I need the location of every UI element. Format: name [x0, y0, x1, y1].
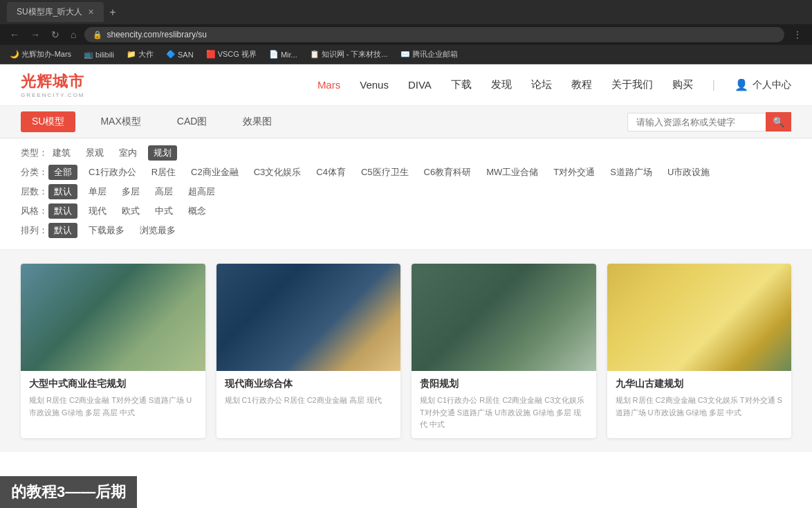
filter-classify-c6[interactable]: C6教育科研	[420, 165, 476, 180]
card-2-image	[412, 264, 596, 371]
site-logo[interactable]: 光辉城市 GREENCITY.COM	[21, 71, 85, 98]
sub-nav-cad[interactable]: CAD图	[166, 111, 219, 132]
card-2[interactable]: 贵阳规划 规划 C1行政办公 R居住 C2商业金融 C3文化娱乐 T对外交通 S…	[412, 264, 596, 438]
extensions-btn[interactable]: ⋮	[790, 29, 805, 40]
tab-title: SU模型库_听大人	[17, 6, 82, 18]
card-1-body: 现代商业综合体 规划 C1行政办公 R居住 C2商业金融 高层 现代	[216, 371, 401, 414]
search-button[interactable]: 🔍	[766, 112, 791, 131]
browser-address-bar-container: ← → ↻ ⌂ 🔒 sheencity.com/reslibrary/su ⋮	[0, 24, 812, 45]
bookmark-san[interactable]: 🔷 SAN	[162, 48, 198, 60]
site-header: 光辉城市 GREENCITY.COM Mars Venus DIVA 下载 发现…	[0, 64, 812, 106]
filter-style-european[interactable]: 欧式	[118, 203, 144, 219]
bookmark-vscg[interactable]: 🟥 VSCG 视界	[202, 48, 261, 61]
nav-about[interactable]: 关于我们	[611, 78, 653, 91]
filter-classify-all[interactable]: 全部	[48, 165, 77, 180]
filter-floors-default[interactable]: 默认	[48, 184, 77, 199]
filter-row-sort: 排列： 默认 下载最多 浏览最多	[21, 223, 791, 238]
nav-buy[interactable]: 购买	[672, 78, 693, 91]
bookmark-bilibili[interactable]: 📺 bilibili	[80, 48, 118, 60]
user-icon: 👤	[735, 78, 748, 91]
nav-diva[interactable]: DIVA	[408, 79, 432, 91]
filter-row-style: 风格： 默认 现代 欧式 中式 概念	[21, 203, 791, 219]
filter-sort-views[interactable]: 浏览最多	[136, 223, 180, 238]
card-0-image	[21, 264, 205, 371]
filter-classify-mw[interactable]: MW工业合储	[482, 165, 542, 180]
nav-tutorial[interactable]: 教程	[571, 78, 592, 91]
card-grid: 大型中式商业住宅规划 规划 R居住 C2商业金融 T对外交通 S道路广场 U市政…	[0, 250, 812, 452]
nav-forum[interactable]: 论坛	[531, 78, 552, 91]
logo-sub-text: GREENCITY.COM	[21, 92, 85, 98]
card-0-tags: 规划 R居住 C2商业金融 T对外交通 S道路广场 U市政设施 G绿地 多层 高…	[29, 394, 197, 419]
filter-classify-c4[interactable]: C4体育	[312, 165, 350, 180]
card-1-image	[216, 264, 401, 371]
filter-style-concept[interactable]: 概念	[184, 203, 210, 219]
filter-classify-label: 分类：	[21, 166, 48, 179]
card-0[interactable]: 大型中式商业住宅规划 规划 R居住 C2商业金融 T对外交通 S道路广场 U市政…	[21, 264, 205, 438]
card-0-title: 大型中式商业住宅规划	[29, 378, 197, 390]
filter-classify-c2[interactable]: C2商业金融	[187, 165, 243, 180]
nav-mars[interactable]: Mars	[317, 79, 340, 91]
card-2-tags: 规划 C1行政办公 R居住 C2商业金融 C3文化娱乐 T对外交通 S道路广场 …	[420, 394, 588, 431]
logo-text: 光辉城市	[21, 71, 85, 92]
filter-section: 类型： 建筑 景观 室内 规划 分类： 全部 C1行政办公 R居住 C2商业金融…	[0, 138, 812, 250]
filter-classify-u[interactable]: U市政设施	[663, 165, 714, 180]
filter-style-default[interactable]: 默认	[48, 203, 77, 219]
card-1-tags: 规划 C1行政办公 R居住 C2商业金融 高层 现代	[225, 394, 393, 407]
filter-classify-s[interactable]: S道路广场	[606, 165, 656, 180]
filter-sort-default[interactable]: 默认	[48, 223, 77, 238]
card-3-title: 九华山古建规划	[616, 378, 784, 390]
address-text: sheencity.com/reslibrary/su	[107, 30, 207, 39]
sub-nav-su[interactable]: SU模型	[21, 111, 75, 132]
bookmark-dazuo[interactable]: 📁 大作	[122, 48, 158, 61]
nav-download[interactable]: 下载	[451, 78, 472, 91]
sub-nav-max[interactable]: MAX模型	[89, 111, 151, 132]
filter-classify-c1[interactable]: C1行政办公	[84, 165, 140, 180]
bookmark-zhishi[interactable]: 📋 知识网 - 下来材技...	[306, 48, 392, 61]
main-nav: Mars Venus DIVA 下载 发现 论坛 教程 关于我们 购买 | 👤 …	[317, 78, 791, 91]
filter-classify-c5[interactable]: C5医疗卫生	[357, 165, 413, 180]
reload-btn[interactable]: ↻	[48, 29, 62, 40]
address-input[interactable]: 🔒 sheencity.com/reslibrary/su	[84, 27, 784, 42]
nav-discover[interactable]: 发现	[491, 78, 512, 91]
filter-classify-c3[interactable]: C3文化娱乐	[250, 165, 306, 180]
filter-classify-r[interactable]: R居住	[147, 165, 180, 180]
new-tab-btn[interactable]: +	[109, 6, 116, 19]
nav-divider: |	[712, 79, 715, 91]
search-input[interactable]	[627, 113, 766, 131]
bookmark-tencent[interactable]: ✉️ 腾讯企业邮箱	[396, 48, 462, 61]
filter-floors-label: 层数：	[21, 185, 48, 198]
filter-floors-high[interactable]: 高层	[151, 184, 177, 199]
filter-type-guihua[interactable]: 规划	[148, 145, 177, 161]
filter-style-chinese[interactable]: 中式	[151, 203, 177, 219]
filter-sort-downloads[interactable]: 下载最多	[84, 223, 129, 238]
sub-nav-effect[interactable]: 效果图	[232, 111, 283, 132]
filter-classify-t[interactable]: T对外交通	[549, 165, 599, 180]
filter-floors-multi[interactable]: 多层	[118, 184, 144, 199]
card-1-title: 现代商业综合体	[225, 378, 393, 390]
home-btn[interactable]: ⌂	[68, 29, 79, 40]
user-label: 个人中心	[753, 79, 791, 91]
filter-row-floors: 层数： 默认 单层 多层 高层 超高层	[21, 184, 791, 199]
card-3[interactable]: 九华山古建规划 规划 R居住 C2商业金融 C3文化娱乐 T对外交通 S道路广场…	[607, 264, 792, 438]
filter-type-jianzhu[interactable]: 建筑	[48, 145, 75, 161]
back-btn[interactable]: ←	[7, 29, 22, 40]
nav-venus[interactable]: Venus	[360, 79, 389, 91]
filter-style-modern[interactable]: 现代	[84, 203, 111, 219]
filter-type-shinei[interactable]: 室内	[115, 145, 141, 161]
filter-floors-single[interactable]: 单层	[84, 184, 111, 199]
bookmark-mir[interactable]: 📄 Mir...	[265, 48, 302, 60]
filter-floors-superhigh[interactable]: 超高层	[184, 184, 219, 199]
filter-type-label: 类型：	[21, 147, 48, 159]
search-area: 🔍	[627, 112, 791, 131]
bookmark-mars[interactable]: 🌙 光辉加办-Mars	[6, 48, 75, 61]
forward-btn[interactable]: →	[28, 29, 43, 40]
filter-type-jingguan[interactable]: 景观	[82, 145, 108, 161]
card-1[interactable]: 现代商业综合体 规划 C1行政办公 R居住 C2商业金融 高层 现代	[216, 264, 401, 438]
active-tab[interactable]: SU模型库_听大人 ✕	[7, 2, 104, 22]
tab-close-btn[interactable]: ✕	[88, 8, 94, 17]
card-2-body: 贵阳规划 规划 C1行政办公 R居住 C2商业金融 C3文化娱乐 T对外交通 S…	[412, 371, 596, 438]
card-2-title: 贵阳规划	[420, 378, 588, 390]
user-center-btn[interactable]: 👤 个人中心	[735, 78, 791, 91]
card-3-image	[607, 264, 792, 371]
filter-sort-label: 排列：	[21, 224, 48, 237]
